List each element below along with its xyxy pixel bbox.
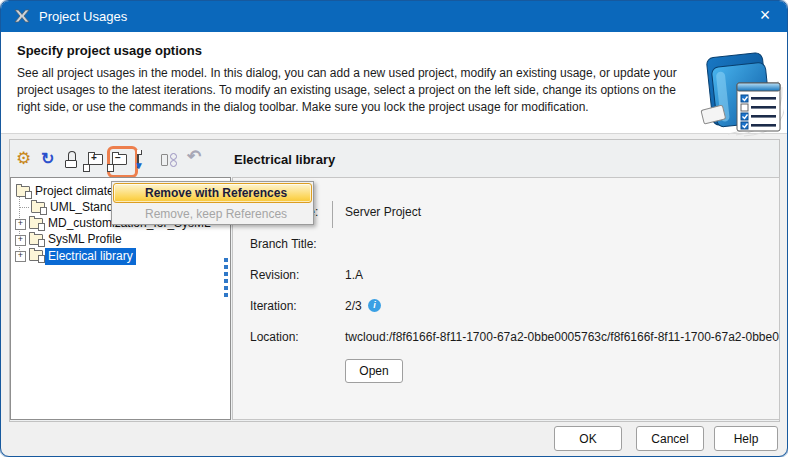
down-arrow-glyph: ▼ (134, 161, 144, 171)
usage-details-panel: Type: Server Project Branch Title: Revis… (232, 177, 780, 420)
window-title: Project Usages (39, 1, 127, 32)
refresh-icon[interactable]: ↻ (41, 151, 54, 167)
field-value: Server Project (345, 204, 421, 220)
field-label: Iteration: (250, 298, 297, 314)
close-icon[interactable]: × (743, 1, 787, 32)
project-folder-icon (29, 217, 44, 229)
cancel-button[interactable]: Cancel (636, 426, 704, 451)
undo-icon[interactable]: ↶ (187, 149, 201, 165)
tree-item-label[interactable]: Project climate (35, 184, 114, 199)
divider-line (332, 201, 333, 228)
expand-icon[interactable]: + (15, 251, 26, 262)
options-gear-icon[interactable]: ⚙ (16, 150, 31, 167)
struct-circle (170, 153, 177, 160)
lock-shackle (68, 151, 76, 160)
project-folder-icon (31, 201, 46, 213)
field-label: Revision: (250, 267, 299, 283)
project-folder-icon (29, 233, 44, 245)
page-fold (137, 150, 142, 155)
struct-circle (170, 160, 177, 167)
field-location: Location: twcloud:/f8f6166f-8f11-1700-67… (233, 329, 779, 345)
project-folder-icon (16, 185, 31, 197)
page-shape (107, 164, 114, 172)
magicdraw-logo-icon (13, 7, 31, 29)
field-label: Location: (250, 329, 299, 345)
help-button[interactable]: Help (714, 426, 778, 451)
project-usages-dialog: Project Usages × Specify project usage o… (0, 0, 788, 457)
field-value: 2/3 (345, 298, 362, 314)
page-shape (83, 164, 90, 172)
tree-item-label-selected[interactable]: Electrical library (45, 248, 136, 265)
dialog-header: Specify project usage options See all pr… (1, 32, 787, 134)
project-folder-icon (29, 249, 44, 261)
update-project-usage-icon[interactable]: ▼ (137, 150, 139, 169)
tree-connector (19, 207, 29, 208)
struct-rect (161, 154, 168, 166)
tree-scrollbar-thumb[interactable] (224, 258, 228, 300)
description-line: project usages to the latest iterations.… (17, 82, 697, 99)
menu-item-remove-with-references[interactable]: Remove with References (113, 183, 312, 203)
info-icon[interactable]: i (368, 299, 381, 312)
minus-glyph: − (115, 152, 121, 163)
project-usages-artwork-icon (698, 43, 784, 141)
ok-button[interactable]: OK (554, 426, 622, 451)
lock-body (65, 160, 77, 168)
title-bar[interactable]: Project Usages × (1, 1, 787, 32)
description-line: See all project usages in the model. In … (17, 65, 697, 82)
header-description: See all project usages in the model. In … (17, 65, 697, 116)
expand-icon[interactable]: + (15, 219, 26, 230)
header-title: Specify project usage options (17, 43, 202, 58)
menu-item-remove-keep-references[interactable]: Remove, keep References (112, 204, 313, 224)
field-label: Branch Title: (250, 236, 317, 252)
open-button[interactable]: Open (345, 359, 403, 383)
field-revision: Revision: 1.A (233, 267, 779, 283)
description-line: right side, or use the commands in the d… (17, 99, 697, 116)
field-value: 1.A (345, 267, 363, 283)
field-type: Type: Server Project (233, 204, 779, 220)
field-value: twcloud:/f8f6166f-8f11-1700-67a2-0bbe000… (345, 329, 779, 345)
context-menu: Remove with References Remove, keep Refe… (111, 181, 314, 225)
tree-item-label[interactable]: UML_Stand (50, 200, 113, 215)
screen: Project Usages × Specify project usage o… (0, 0, 788, 457)
selected-project-title: Electrical library (234, 152, 335, 167)
tree-item-label[interactable]: SysML Profile (48, 232, 122, 247)
plus-glyph: + (91, 152, 97, 163)
expand-icon[interactable]: + (15, 235, 26, 246)
field-branch-title: Branch Title: (233, 236, 779, 252)
field-iteration: Iteration: 2/3 i (233, 298, 779, 314)
